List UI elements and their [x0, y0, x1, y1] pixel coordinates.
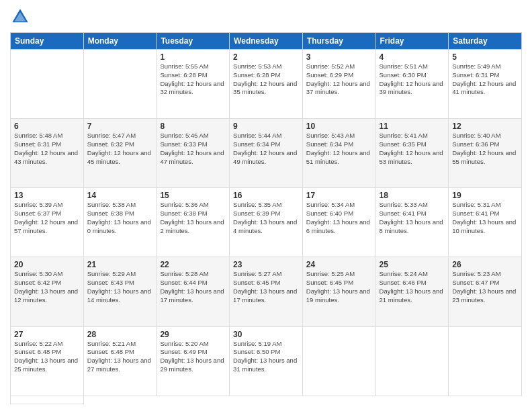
day-info: Sunrise: 5:19 AM Sunset: 6:50 PM Dayligh…: [233, 340, 299, 374]
day-cell-7: 7Sunrise: 5:47 AM Sunset: 6:32 PM Daylig…: [83, 119, 157, 188]
day-cell-9: 9Sunrise: 5:44 AM Sunset: 6:34 PM Daylig…: [230, 119, 303, 188]
day-info: Sunrise: 5:21 AM Sunset: 6:48 PM Dayligh…: [87, 340, 153, 374]
day-number: 2: [233, 52, 299, 62]
day-cell-12: 12Sunrise: 5:40 AM Sunset: 6:36 PM Dayli…: [449, 119, 522, 188]
weekday-tuesday: Tuesday: [157, 33, 230, 50]
day-cell-19: 19Sunrise: 5:31 AM Sunset: 6:41 PM Dayli…: [449, 188, 522, 257]
day-cell-10: 10Sunrise: 5:43 AM Sunset: 6:34 PM Dayli…: [302, 119, 375, 188]
day-info: Sunrise: 5:27 AM Sunset: 6:45 PM Dayligh…: [233, 270, 299, 304]
weekday-header-row: SundayMondayTuesdayWednesdayThursdayFrid…: [11, 33, 522, 50]
day-cell-16: 16Sunrise: 5:35 AM Sunset: 6:39 PM Dayli…: [230, 188, 303, 257]
day-cell-26: 26Sunrise: 5:23 AM Sunset: 6:47 PM Dayli…: [449, 257, 522, 326]
weekday-wednesday: Wednesday: [230, 33, 303, 50]
day-number: 7: [87, 122, 153, 131]
day-info: Sunrise: 5:33 AM Sunset: 6:41 PM Dayligh…: [380, 201, 445, 235]
empty-cell: [302, 326, 375, 396]
day-cell-27: 27Sunrise: 5:22 AM Sunset: 6:48 PM Dayli…: [11, 326, 84, 396]
day-number: 21: [87, 260, 153, 269]
day-info: Sunrise: 5:36 AM Sunset: 6:38 PM Dayligh…: [160, 201, 226, 235]
header: [10, 7, 522, 27]
page: SundayMondayTuesdayWednesdayThursdayFrid…: [0, 0, 532, 411]
day-number: 16: [233, 191, 299, 200]
day-cell-5: 5Sunrise: 5:49 AM Sunset: 6:31 PM Daylig…: [449, 50, 522, 119]
empty-cell: [83, 50, 157, 119]
day-number: 8: [160, 122, 226, 131]
day-number: 3: [306, 52, 372, 62]
day-cell-13: 13Sunrise: 5:39 AM Sunset: 6:37 PM Dayli…: [11, 188, 84, 257]
day-info: Sunrise: 5:28 AM Sunset: 6:44 PM Dayligh…: [160, 270, 226, 304]
day-info: Sunrise: 5:25 AM Sunset: 6:45 PM Dayligh…: [306, 270, 372, 304]
day-info: Sunrise: 5:44 AM Sunset: 6:34 PM Dayligh…: [233, 132, 299, 166]
day-number: 9: [233, 122, 299, 131]
day-number: 26: [452, 260, 518, 269]
day-info: Sunrise: 5:31 AM Sunset: 6:41 PM Dayligh…: [452, 201, 518, 235]
weekday-saturday: Saturday: [449, 33, 522, 50]
day-info: Sunrise: 5:49 AM Sunset: 6:31 PM Dayligh…: [452, 62, 518, 97]
day-info: Sunrise: 5:48 AM Sunset: 6:31 PM Dayligh…: [14, 132, 80, 166]
day-info: Sunrise: 5:47 AM Sunset: 6:32 PM Dayligh…: [87, 132, 153, 166]
day-number: 5: [452, 52, 518, 62]
day-info: Sunrise: 5:39 AM Sunset: 6:37 PM Dayligh…: [14, 201, 80, 235]
day-info: Sunrise: 5:24 AM Sunset: 6:46 PM Dayligh…: [380, 270, 445, 304]
day-cell-22: 22Sunrise: 5:28 AM Sunset: 6:44 PM Dayli…: [157, 257, 230, 326]
empty-cell: [11, 396, 84, 404]
day-cell-2: 2Sunrise: 5:53 AM Sunset: 6:28 PM Daylig…: [230, 50, 303, 119]
day-info: Sunrise: 5:51 AM Sunset: 6:30 PM Dayligh…: [380, 62, 445, 97]
calendar-row: 13Sunrise: 5:39 AM Sunset: 6:37 PM Dayli…: [11, 188, 522, 257]
day-number: 17: [306, 191, 372, 200]
day-info: Sunrise: 5:30 AM Sunset: 6:42 PM Dayligh…: [14, 270, 80, 304]
day-number: 13: [14, 191, 80, 200]
day-number: 18: [380, 191, 445, 200]
day-info: Sunrise: 5:35 AM Sunset: 6:39 PM Dayligh…: [233, 201, 299, 235]
calendar-row: [11, 396, 522, 404]
day-cell-15: 15Sunrise: 5:36 AM Sunset: 6:38 PM Dayli…: [157, 188, 230, 257]
day-number: 22: [160, 260, 226, 269]
day-cell-25: 25Sunrise: 5:24 AM Sunset: 6:46 PM Dayli…: [375, 257, 449, 326]
day-cell-18: 18Sunrise: 5:33 AM Sunset: 6:41 PM Dayli…: [375, 188, 449, 257]
logo: [10, 7, 33, 27]
day-number: 12: [452, 122, 518, 131]
day-info: Sunrise: 5:40 AM Sunset: 6:36 PM Dayligh…: [452, 132, 518, 166]
logo-icon: [10, 7, 30, 27]
weekday-thursday: Thursday: [302, 33, 375, 50]
day-number: 14: [87, 191, 153, 200]
day-cell-28: 28Sunrise: 5:21 AM Sunset: 6:48 PM Dayli…: [83, 326, 157, 396]
day-number: 23: [233, 260, 299, 269]
day-cell-4: 4Sunrise: 5:51 AM Sunset: 6:30 PM Daylig…: [375, 50, 449, 119]
day-cell-1: 1Sunrise: 5:55 AM Sunset: 6:28 PM Daylig…: [157, 50, 230, 119]
day-info: Sunrise: 5:52 AM Sunset: 6:29 PM Dayligh…: [306, 62, 372, 97]
calendar-row: 6Sunrise: 5:48 AM Sunset: 6:31 PM Daylig…: [11, 119, 522, 188]
calendar-row: 20Sunrise: 5:30 AM Sunset: 6:42 PM Dayli…: [11, 257, 522, 326]
weekday-sunday: Sunday: [11, 33, 84, 50]
day-number: 11: [380, 122, 445, 131]
day-number: 29: [160, 330, 226, 339]
day-cell-11: 11Sunrise: 5:41 AM Sunset: 6:35 PM Dayli…: [375, 119, 449, 188]
day-cell-29: 29Sunrise: 5:20 AM Sunset: 6:49 PM Dayli…: [157, 326, 230, 396]
day-number: 6: [14, 122, 80, 131]
day-info: Sunrise: 5:55 AM Sunset: 6:28 PM Dayligh…: [160, 62, 226, 97]
day-cell-30: 30Sunrise: 5:19 AM Sunset: 6:50 PM Dayli…: [230, 326, 303, 396]
day-info: Sunrise: 5:43 AM Sunset: 6:34 PM Dayligh…: [306, 132, 372, 166]
day-info: Sunrise: 5:23 AM Sunset: 6:47 PM Dayligh…: [452, 270, 518, 304]
day-number: 24: [306, 260, 372, 269]
weekday-friday: Friday: [375, 33, 449, 50]
day-cell-24: 24Sunrise: 5:25 AM Sunset: 6:45 PM Dayli…: [302, 257, 375, 326]
day-info: Sunrise: 5:45 AM Sunset: 6:33 PM Dayligh…: [160, 132, 226, 166]
day-info: Sunrise: 5:53 AM Sunset: 6:28 PM Dayligh…: [233, 62, 299, 97]
day-number: 27: [14, 330, 80, 339]
day-cell-3: 3Sunrise: 5:52 AM Sunset: 6:29 PM Daylig…: [302, 50, 375, 119]
day-cell-8: 8Sunrise: 5:45 AM Sunset: 6:33 PM Daylig…: [157, 119, 230, 188]
day-info: Sunrise: 5:34 AM Sunset: 6:40 PM Dayligh…: [306, 201, 372, 235]
day-number: 19: [452, 191, 518, 200]
day-info: Sunrise: 5:20 AM Sunset: 6:49 PM Dayligh…: [160, 340, 226, 374]
day-cell-14: 14Sunrise: 5:38 AM Sunset: 6:38 PM Dayli…: [83, 188, 157, 257]
day-number: 15: [160, 191, 226, 200]
empty-cell: [375, 326, 449, 396]
day-cell-20: 20Sunrise: 5:30 AM Sunset: 6:42 PM Dayli…: [11, 257, 84, 326]
calendar-table: SundayMondayTuesdayWednesdayThursdayFrid…: [10, 32, 522, 404]
day-number: 10: [306, 122, 372, 131]
day-info: Sunrise: 5:29 AM Sunset: 6:43 PM Dayligh…: [87, 270, 153, 304]
day-info: Sunrise: 5:38 AM Sunset: 6:38 PM Dayligh…: [87, 201, 153, 235]
day-number: 30: [233, 330, 299, 339]
weekday-monday: Monday: [83, 33, 157, 50]
